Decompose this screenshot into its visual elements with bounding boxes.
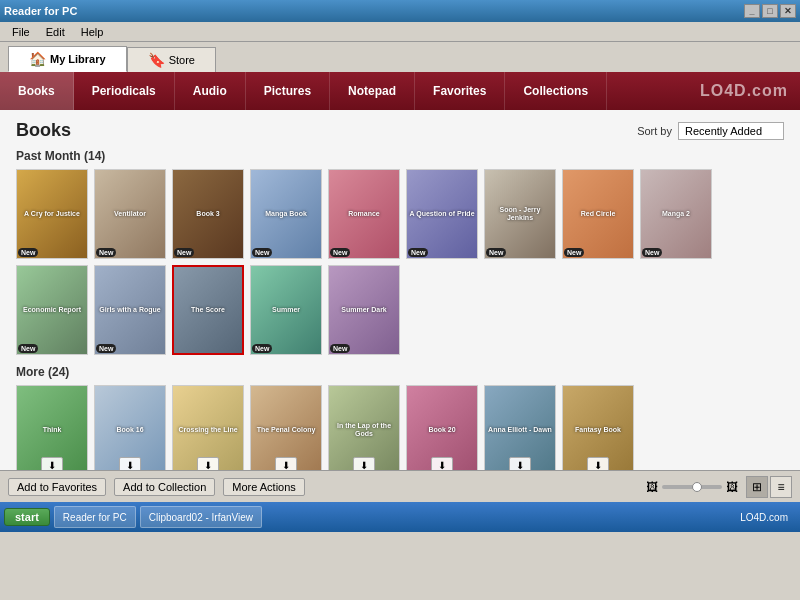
list-item[interactable]: Crossing the Line⬇ — [172, 385, 244, 470]
menubar: File Edit Help — [0, 22, 800, 42]
download-button[interactable]: ⬇ — [275, 457, 297, 470]
list-item[interactable]: RomanceNew — [328, 169, 400, 259]
download-button[interactable]: ⬇ — [41, 457, 63, 470]
view-list-button[interactable]: ≡ — [770, 476, 792, 498]
list-item[interactable]: Anna Elliott - Dawn⬇ — [484, 385, 556, 470]
download-button[interactable]: ⬇ — [431, 457, 453, 470]
nav-pictures[interactable]: Pictures — [246, 72, 330, 110]
menu-edit[interactable]: Edit — [38, 24, 73, 40]
list-item[interactable]: A Question of PrideNew — [406, 169, 478, 259]
download-button[interactable]: ⬇ — [587, 457, 609, 470]
section-past-month: Past Month (14) — [16, 149, 784, 163]
list-item[interactable]: VentilatorNew — [94, 169, 166, 259]
new-badge: New — [330, 248, 350, 257]
navbar: Books Periodicals Audio Pictures Notepad… — [0, 72, 800, 110]
view-grid-button[interactable]: ⊞ — [746, 476, 768, 498]
taskbar: start Reader for PC Clipboard02 - IrfanV… — [0, 502, 800, 532]
maximize-button[interactable]: □ — [762, 4, 778, 18]
nav-logo: LO4D.com — [688, 82, 800, 100]
book-grid-more: Think⬇Book 16⬇Crossing the Line⬇The Pena… — [16, 385, 784, 470]
list-item[interactable]: The Score — [172, 265, 244, 355]
zoom-thumb — [692, 482, 702, 492]
download-button[interactable]: ⬇ — [353, 457, 375, 470]
nav-books[interactable]: Books — [0, 72, 74, 110]
download-button[interactable]: ⬇ — [119, 457, 141, 470]
minimize-button[interactable]: _ — [744, 4, 760, 18]
nav-periodicals[interactable]: Periodicals — [74, 72, 175, 110]
list-item[interactable]: Book 20⬇ — [406, 385, 478, 470]
new-badge: New — [96, 344, 116, 353]
close-button[interactable]: ✕ — [780, 4, 796, 18]
tabbar: 🏠 My Library 🔖 Store — [0, 42, 800, 72]
more-actions-button[interactable]: More Actions — [223, 478, 305, 496]
new-badge: New — [174, 248, 194, 257]
zoom-slider[interactable] — [662, 485, 722, 489]
menu-file[interactable]: File — [4, 24, 38, 40]
taskbar-reader[interactable]: Reader for PC — [54, 506, 136, 528]
nav-collections[interactable]: Collections — [505, 72, 607, 110]
new-badge: New — [330, 344, 350, 353]
store-icon: 🔖 — [148, 52, 165, 68]
nav-notepad[interactable]: Notepad — [330, 72, 415, 110]
new-badge: New — [408, 248, 428, 257]
list-item[interactable]: Girls with a RogueNew — [94, 265, 166, 355]
books-header: Books Sort by Recently Added Title Autho… — [16, 120, 784, 141]
bottom-toolbar: Add to Favorites Add to Collection More … — [0, 470, 800, 502]
book-grid-recent: A Cry for JusticeNewVentilatorNewBook 3N… — [16, 169, 784, 355]
window-title: Reader for PC — [4, 5, 744, 17]
tab-store-label: Store — [169, 54, 195, 66]
tab-my-library[interactable]: 🏠 My Library — [8, 46, 127, 72]
menu-help[interactable]: Help — [73, 24, 112, 40]
list-item[interactable]: SummerNew — [250, 265, 322, 355]
sort-label: Sort by — [637, 125, 672, 137]
download-button[interactable]: ⬇ — [197, 457, 219, 470]
taskbar-right-logo: LO4D.com — [732, 510, 796, 525]
list-item[interactable]: Soon - Jerry JenkinsNew — [484, 169, 556, 259]
tab-store[interactable]: 🔖 Store — [127, 47, 216, 72]
window-controls[interactable]: _ □ ✕ — [744, 4, 796, 18]
new-badge: New — [252, 344, 272, 353]
sort-dropdown[interactable]: Recently Added Title Author Date Added — [678, 122, 784, 140]
library-icon: 🏠 — [29, 51, 46, 67]
nav-audio[interactable]: Audio — [175, 72, 246, 110]
list-item[interactable]: Summer DarkNew — [328, 265, 400, 355]
list-item[interactable]: The Penal Colony⬇ — [250, 385, 322, 470]
list-item[interactable]: Fantasy Book⬇ — [562, 385, 634, 470]
zoom-out-icon[interactable]: 🖼 — [646, 480, 658, 494]
new-badge: New — [18, 248, 38, 257]
new-badge: New — [486, 248, 506, 257]
list-item[interactable]: Manga 2New — [640, 169, 712, 259]
new-badge: New — [252, 248, 272, 257]
list-item[interactable]: Think⬇ — [16, 385, 88, 470]
download-button[interactable]: ⬇ — [509, 457, 531, 470]
add-favorites-button[interactable]: Add to Favorites — [8, 478, 106, 496]
list-item[interactable]: Book 16⬇ — [94, 385, 166, 470]
list-item[interactable]: Book 3New — [172, 169, 244, 259]
new-badge: New — [96, 248, 116, 257]
list-item[interactable]: Economic ReportNew — [16, 265, 88, 355]
sort-section: Sort by Recently Added Title Author Date… — [637, 122, 784, 140]
titlebar: Reader for PC _ □ ✕ — [0, 0, 800, 22]
new-badge: New — [564, 248, 584, 257]
new-badge: New — [642, 248, 662, 257]
main-content: Books Sort by Recently Added Title Autho… — [0, 110, 800, 470]
list-item[interactable]: Manga BookNew — [250, 169, 322, 259]
taskbar-irfanview-label: Clipboard02 - IrfanView — [149, 512, 253, 523]
nav-favorites[interactable]: Favorites — [415, 72, 505, 110]
books-title: Books — [16, 120, 637, 141]
list-item[interactable]: Red CircleNew — [562, 169, 634, 259]
list-item[interactable]: In the Lap of the Gods⬇ — [328, 385, 400, 470]
new-badge: New — [18, 344, 38, 353]
view-toggle: ⊞ ≡ — [746, 476, 792, 498]
section-more: More (24) — [16, 365, 784, 379]
add-collection-button[interactable]: Add to Collection — [114, 478, 215, 496]
zoom-section: 🖼 🖼 — [646, 480, 738, 494]
list-item[interactable]: A Cry for JusticeNew — [16, 169, 88, 259]
tab-library-label: My Library — [50, 53, 106, 65]
sort-wrapper[interactable]: Recently Added Title Author Date Added — [678, 122, 784, 140]
zoom-in-icon[interactable]: 🖼 — [726, 480, 738, 494]
taskbar-reader-label: Reader for PC — [63, 512, 127, 523]
taskbar-irfanview[interactable]: Clipboard02 - IrfanView — [140, 506, 262, 528]
start-button[interactable]: start — [4, 508, 50, 526]
